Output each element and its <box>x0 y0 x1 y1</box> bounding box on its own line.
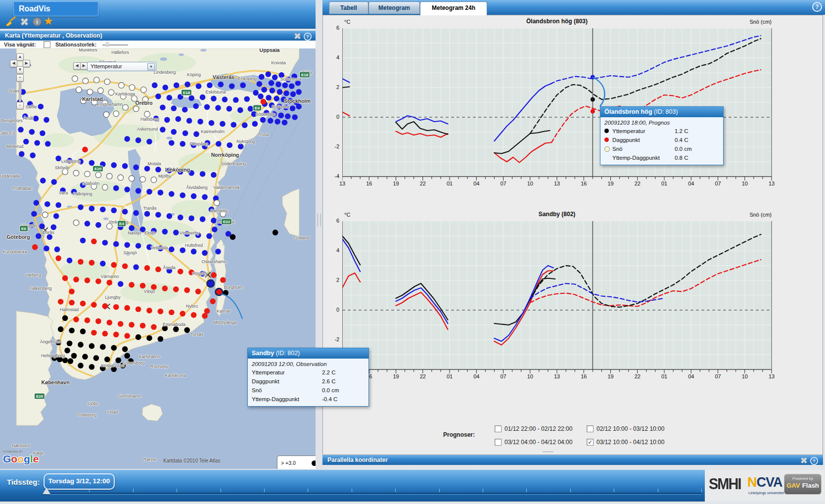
station-dot[interactable] <box>89 206 95 212</box>
station-dot[interactable] <box>158 336 164 342</box>
station-dot[interactable] <box>290 92 296 97</box>
prognos-option-4[interactable]: ✓03/12 10:00 - 04/12 10:00 <box>587 439 664 446</box>
station-dot[interactable] <box>173 286 179 292</box>
station-dot[interactable] <box>129 282 135 288</box>
station-dot[interactable] <box>73 276 79 282</box>
station-dot[interactable] <box>261 99 267 105</box>
station-dot[interactable] <box>122 346 128 352</box>
station-dot[interactable] <box>290 105 296 111</box>
station-dot[interactable] <box>155 167 161 173</box>
station-dot[interactable] <box>69 289 75 295</box>
station-dot[interactable] <box>85 318 91 323</box>
map-pan-down-button[interactable]: ▼ <box>16 66 24 74</box>
station-dot[interactable] <box>58 299 64 305</box>
station-dot[interactable] <box>184 287 190 293</box>
station-dot[interactable] <box>45 141 51 147</box>
station-dot[interactable] <box>82 354 88 360</box>
app-title-tab[interactable]: RoadVis <box>13 1 98 16</box>
station-dot[interactable] <box>146 308 152 314</box>
station-dot[interactable] <box>191 193 197 199</box>
station-dot[interactable] <box>258 93 264 99</box>
station-dot[interactable] <box>89 343 95 349</box>
station-dot[interactable] <box>83 78 89 84</box>
visa-vagnat-checkbox[interactable] <box>44 41 50 48</box>
station-dot[interactable] <box>180 192 185 198</box>
station-dot[interactable] <box>214 200 220 206</box>
station-dot[interactable] <box>62 357 68 363</box>
station-dot[interactable] <box>80 328 86 334</box>
station-dot[interactable] <box>34 140 40 146</box>
station-dot[interactable] <box>89 260 95 266</box>
station-dot[interactable] <box>30 152 36 158</box>
station-dot[interactable] <box>133 164 139 170</box>
map-tools-icon[interactable] <box>293 33 301 39</box>
station-dot[interactable] <box>55 202 61 208</box>
station-dot[interactable] <box>124 136 130 142</box>
station-dot[interactable] <box>103 112 109 118</box>
station-dot[interactable] <box>42 212 48 218</box>
station-dot[interactable] <box>118 281 124 287</box>
station-dot[interactable] <box>31 211 37 217</box>
station-dot[interactable] <box>119 83 125 89</box>
tab-tabell[interactable]: Tabell <box>329 1 368 14</box>
chart-marker[interactable] <box>591 97 595 102</box>
station-dot[interactable] <box>266 95 272 101</box>
station-dot[interactable] <box>146 335 152 341</box>
station-dot[interactable] <box>277 89 283 95</box>
station-dot[interactable] <box>29 129 35 135</box>
station-dot[interactable] <box>122 163 128 169</box>
broom-icon[interactable] <box>5 16 17 26</box>
station-dot[interactable] <box>124 305 130 311</box>
station-dot[interactable] <box>62 275 68 281</box>
station-dot[interactable] <box>146 189 152 195</box>
station-dot[interactable] <box>180 141 185 147</box>
station-dot[interactable] <box>171 105 177 111</box>
station-dot[interactable] <box>259 74 265 80</box>
station-dot[interactable] <box>233 97 239 103</box>
station-dot[interactable] <box>215 249 221 255</box>
station-dot[interactable] <box>102 240 108 246</box>
station-dot[interactable] <box>195 289 201 295</box>
meteogram-plot-2[interactable] <box>342 221 773 375</box>
prognos-checkbox[interactable] <box>495 425 502 432</box>
station-dot[interactable] <box>204 104 210 110</box>
station-dot[interactable] <box>182 107 188 113</box>
station-dot[interactable] <box>178 269 183 275</box>
station-dot[interactable] <box>98 88 104 93</box>
station-dot[interactable] <box>113 304 119 310</box>
station-dot[interactable] <box>136 306 141 312</box>
station-dot[interactable] <box>40 178 46 183</box>
tab-meteogram[interactable]: Meteogram <box>368 1 420 14</box>
station-dot[interactable] <box>146 138 152 144</box>
prognos-option-2[interactable]: 02/12 10:00 - 03/12 10:00 <box>587 425 664 433</box>
station-dot[interactable] <box>23 138 29 144</box>
station-dot[interactable] <box>104 357 110 363</box>
station-dot[interactable] <box>169 140 175 146</box>
station-dot[interactable] <box>108 90 114 95</box>
station-dot[interactable] <box>275 119 280 125</box>
station-dot[interactable] <box>215 105 221 111</box>
station-dot[interactable] <box>210 298 216 304</box>
station-dot[interactable] <box>67 340 73 346</box>
station-dot[interactable] <box>129 85 135 91</box>
station-dot[interactable] <box>72 76 78 82</box>
station-dot[interactable] <box>50 225 56 230</box>
station-dot[interactable] <box>211 95 217 101</box>
station-dot[interactable] <box>256 81 262 87</box>
station-dot[interactable] <box>55 156 61 162</box>
station-dot[interactable] <box>91 330 97 336</box>
layer-prev-button[interactable]: ◀ <box>73 62 81 70</box>
station-dot[interactable] <box>240 83 246 89</box>
station-dot[interactable] <box>184 82 190 88</box>
star-icon[interactable]: ★ <box>44 15 53 28</box>
station-dot[interactable] <box>136 243 141 249</box>
station-dot[interactable] <box>44 117 49 123</box>
map-pan-right-button[interactable]: ▶ <box>23 60 30 67</box>
station-dot[interactable] <box>133 106 139 112</box>
station-dot[interactable] <box>102 303 108 309</box>
station-dot[interactable] <box>44 246 49 252</box>
station-dot[interactable] <box>273 229 278 235</box>
station-dot[interactable] <box>38 104 44 110</box>
station-dot[interactable] <box>102 184 108 190</box>
map-zoom-out-button[interactable]: − <box>16 102 24 109</box>
